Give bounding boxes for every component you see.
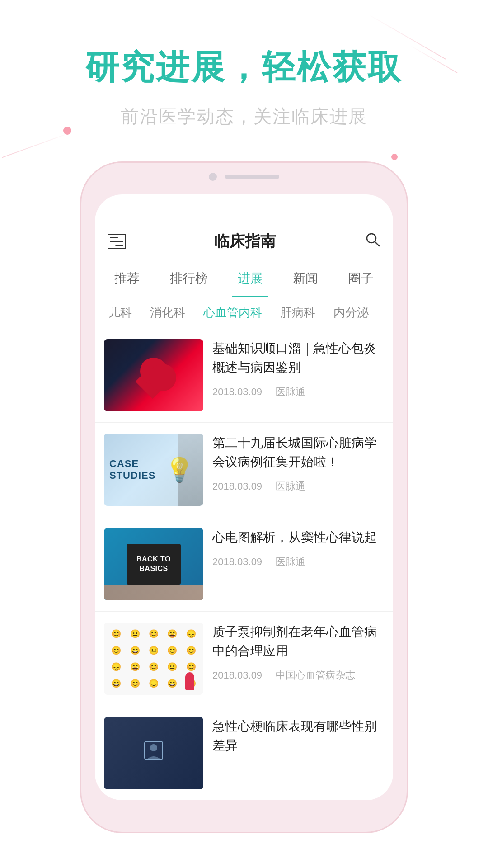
- article-thumb-3: BACK TOBASICS: [104, 528, 203, 600]
- article-body-1: 基础知识顺口溜｜急性心包炎概述与病因鉴别 2018.03.09 医脉通: [212, 339, 384, 399]
- medical-icon: [140, 737, 167, 769]
- article-list: 基础知识顺口溜｜急性心包炎概述与病因鉴别 2018.03.09 医脉通: [95, 328, 393, 800]
- article-date-2: 2018.03.09: [212, 481, 262, 492]
- svg-line-1: [375, 241, 379, 246]
- article-thumb-4: 😊 😐 😊 😄 😞 😊 😄 😐 😊 😊 😞: [104, 623, 203, 695]
- article-item[interactable]: CASESTUDIES 💡 第二十九届长城国际心脏病学会议病例征集开始啦！ 20…: [95, 423, 393, 517]
- phone-mockup: 临床指南 推荐 排行榜 进展 新闻 圈子: [81, 163, 407, 832]
- article-title-4: 质子泵抑制剂在老年心血管病中的合理应用: [212, 623, 384, 660]
- article-body-2: 第二十九届长城国际心脏病学会议病例征集开始啦！ 2018.03.09 医脉通: [212, 434, 384, 493]
- case-studies-text: CASESTUDIES: [109, 458, 155, 482]
- basics-board: BACK TOBASICS: [127, 544, 181, 585]
- sub-tab-pediatrics[interactable]: 儿科: [99, 297, 141, 328]
- red-nail-deco: [185, 672, 194, 690]
- tab-news[interactable]: 新闻: [287, 261, 324, 297]
- thumb-back-to-basics-image: BACK TOBASICS: [104, 528, 203, 600]
- thumb-medical-image: [104, 717, 203, 789]
- thumb-case-studies-image: CASESTUDIES 💡: [104, 434, 203, 506]
- sub-tab-digestive[interactable]: 消化科: [141, 297, 194, 328]
- article-meta-1: 2018.03.09 医脉通: [212, 385, 384, 399]
- search-icon[interactable]: [364, 231, 380, 251]
- article-body-5: 急性心梗临床表现有哪些性别差异: [212, 717, 384, 755]
- article-item-partial[interactable]: 急性心梗临床表现有哪些性别差异: [95, 706, 393, 789]
- article-meta-4: 2018.03.09 中国心血管病杂志: [212, 669, 384, 682]
- sub-tab-endocrine[interactable]: 内分泌: [324, 297, 378, 328]
- phone-camera: [209, 173, 217, 181]
- thumb-heart-image: [104, 339, 203, 411]
- header-title: 研究进展，轻松获取: [0, 45, 488, 90]
- thumb-ratings-image: 😊 😐 😊 😄 😞 😊 😄 😐 😊 😊 😞: [104, 623, 203, 695]
- menu-icon[interactable]: [108, 234, 126, 249]
- nav-tabs: 推荐 排行榜 进展 新闻 圈子: [95, 261, 393, 297]
- app-topbar: 临床指南: [95, 222, 393, 261]
- article-date-1: 2018.03.09: [212, 386, 262, 398]
- article-body-3: 心电图解析，从窦性心律说起 2018.03.09 医脉通: [212, 528, 384, 569]
- article-date-3: 2018.03.09: [212, 556, 262, 568]
- header-section: 研究进展，轻松获取 前沿医学动态，关注临床进展: [0, 45, 488, 129]
- article-title-5: 急性心梗临床表现有哪些性别差异: [212, 717, 384, 755]
- tab-circle[interactable]: 圈子: [343, 261, 379, 297]
- article-item[interactable]: 基础知识顺口溜｜急性心包炎概述与病因鉴别 2018.03.09 医脉通: [95, 328, 393, 423]
- article-title-1: 基础知识顺口溜｜急性心包炎概述与病因鉴别: [212, 339, 384, 377]
- app-content: 临床指南 推荐 排行榜 进展 新闻 圈子: [95, 222, 393, 800]
- phone-outer-shell: 临床指南 推荐 排行榜 进展 新闻 圈子: [81, 163, 407, 832]
- deco-dot-right: [391, 154, 398, 160]
- sub-tab-hepatology[interactable]: 肝病科: [271, 297, 324, 328]
- article-body-4: 质子泵抑制剂在老年心血管病中的合理应用 2018.03.09 中国心血管病杂志: [212, 623, 384, 682]
- article-source-2: 医脉通: [276, 480, 305, 493]
- tab-progress[interactable]: 进展: [232, 261, 268, 297]
- article-thumb-2: CASESTUDIES 💡: [104, 434, 203, 506]
- sub-tab-cardiology[interactable]: 心血管内科: [194, 297, 271, 328]
- deco-line-3: [2, 132, 70, 158]
- article-title-2: 第二十九届长城国际心脏病学会议病例征集开始啦！: [212, 434, 384, 472]
- article-meta-3: 2018.03.09 医脉通: [212, 555, 384, 569]
- phone-speaker: [225, 175, 279, 179]
- sub-tabs: 儿科 消化科 心血管内科 肝病科 内分泌: [95, 297, 393, 328]
- article-source-1: 医脉通: [276, 385, 305, 399]
- tab-recommend[interactable]: 推荐: [109, 261, 145, 297]
- phone-screen: 临床指南 推荐 排行榜 进展 新闻 圈子: [95, 194, 393, 800]
- article-date-4: 2018.03.09: [212, 670, 262, 681]
- tab-ranking[interactable]: 排行榜: [164, 261, 213, 297]
- app-title: 临床指南: [214, 231, 276, 252]
- article-item[interactable]: BACK TOBASICS 心电图解析，从窦性心律说起 2018.03.09 医…: [95, 517, 393, 612]
- article-source-3: 医脉通: [276, 555, 305, 569]
- header-subtitle: 前沿医学动态，关注临床进展: [0, 104, 488, 129]
- article-source-4: 中国心血管病杂志: [276, 669, 355, 682]
- phone-top-indicators: [209, 173, 279, 181]
- article-meta-2: 2018.03.09 医脉通: [212, 480, 384, 493]
- svg-point-3: [150, 744, 157, 751]
- article-item[interactable]: 😊 😐 😊 😄 😞 😊 😄 😐 😊 😊 😞: [95, 612, 393, 706]
- article-thumb-1: [104, 339, 203, 411]
- basics-text: BACK TOBASICS: [136, 555, 171, 574]
- article-thumb-5: [104, 717, 203, 789]
- article-title-3: 心电图解析，从窦性心律说起: [212, 528, 384, 547]
